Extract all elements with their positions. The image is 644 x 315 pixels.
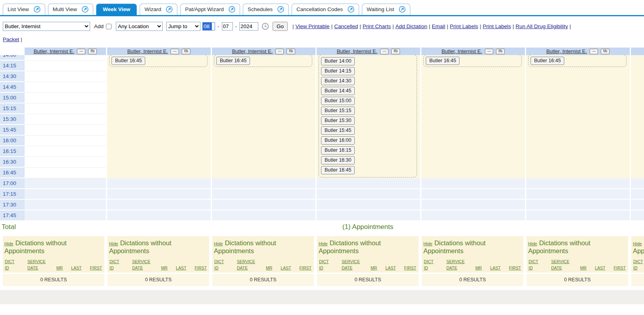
open-new-view-icon[interactable] (277, 6, 284, 13)
tab-cancellation-codes[interactable]: Cancellation Codes (292, 4, 359, 15)
slot-button-butler-16-00[interactable]: Butler 16:00 (321, 136, 355, 145)
col-mr[interactable]: MR (371, 265, 377, 271)
hide-link[interactable]: Hide (4, 241, 13, 246)
col-dict-id[interactable]: DICT ID (424, 258, 438, 271)
col-mr[interactable]: MR (475, 265, 482, 271)
toolbar-link-add-dictation[interactable]: Add Dictation (396, 23, 427, 29)
slot-button-butler-16-45[interactable]: Butler 16:45 (111, 57, 145, 65)
provider-column-link[interactable]: Butler, Internist E. (442, 48, 483, 54)
hide-link[interactable]: Hide (528, 241, 537, 246)
col-last[interactable]: LAST (281, 265, 291, 271)
location-select[interactable]: Any Location (116, 22, 163, 31)
tab-list-view[interactable]: List View (3, 4, 45, 15)
col-last[interactable]: LAST (385, 265, 396, 271)
hide-link[interactable]: Hide (109, 241, 118, 246)
col-dict-id[interactable]: DICT ID (529, 258, 543, 271)
slot-button-butler-14-45[interactable]: Butler 14:45 (321, 87, 355, 95)
tab-pat-appt-wizard[interactable]: Pat/Appt Wizard (180, 4, 240, 15)
go-button[interactable]: Go (273, 22, 288, 31)
tab-schedules[interactable]: Schedules (243, 4, 289, 15)
hide-link[interactable]: Hide (633, 241, 642, 246)
slot-button-butler-16-45[interactable]: Butler 16:45 (216, 57, 250, 65)
add-checkbox[interactable] (106, 24, 111, 29)
provider-column-link[interactable]: Butler, Internist E. (337, 48, 378, 54)
toolbar-link-print-charts[interactable]: Print Charts (363, 23, 391, 29)
col-mr[interactable]: MR (580, 265, 586, 271)
tab-waiting-list[interactable]: Waiting List (362, 4, 410, 15)
col-mr[interactable]: MR (266, 265, 272, 271)
slot-button-butler-14-30[interactable]: Butler 14:30 (321, 77, 355, 85)
tab-multi-view[interactable]: Multi View (48, 4, 93, 15)
tab-week-view[interactable]: Week View (96, 4, 137, 15)
clock-icon[interactable] (261, 23, 269, 30)
slot-button-butler-15-00[interactable]: Butler 15:00 (321, 97, 355, 105)
minimize-column-button[interactable]: — (380, 49, 388, 54)
col-dict-id[interactable]: DICT ID (319, 258, 333, 271)
jump-to-select[interactable]: Jump to (166, 22, 200, 31)
slot-button-butler-15-45[interactable]: Butler 15:45 (321, 126, 355, 135)
fb-button[interactable]: f/b (286, 49, 295, 54)
slot-button-butler-16-45[interactable]: Butler 16:45 (321, 166, 355, 174)
col-last[interactable]: LAST (595, 265, 605, 271)
col-first[interactable]: FIRST (90, 265, 102, 271)
open-new-view-icon[interactable] (348, 6, 354, 13)
col-service-date[interactable]: SERVICE DATE (27, 258, 48, 271)
col-dict-id[interactable]: DICT ID (214, 258, 229, 271)
fb-button[interactable]: f/b (496, 49, 505, 54)
provider-column-link[interactable]: Butler, Internist E. (127, 48, 168, 54)
col-first[interactable]: FIRST (404, 265, 416, 271)
toolbar-link-print-labels[interactable]: Print Labels (483, 23, 511, 29)
col-dict-id[interactable]: DICT ID (633, 258, 644, 271)
fb-button[interactable]: f/b (391, 49, 400, 54)
date-year-input[interactable] (239, 22, 258, 31)
hide-link[interactable]: Hide (214, 241, 223, 246)
col-service-date[interactable]: SERVICE DATE (342, 258, 362, 271)
minimize-column-button[interactable]: — (171, 49, 179, 54)
provider-column-link[interactable]: Butler, Internist E. (34, 48, 75, 54)
slot-button-butler-16-45[interactable]: Butler 16:45 (531, 57, 564, 65)
col-last[interactable]: LAST (176, 265, 186, 271)
fb-button[interactable]: f/b (182, 49, 190, 54)
hide-link[interactable]: Hide (319, 241, 328, 246)
slot-button-butler-16-30[interactable]: Butler 16:30 (321, 156, 355, 164)
provider-column-link[interactable]: Butler, Internist E. (232, 48, 273, 54)
col-service-date[interactable]: SERVICE DATE (551, 258, 572, 271)
fb-button[interactable]: f/b (88, 49, 97, 54)
col-mr[interactable]: MR (161, 265, 167, 271)
provider-select[interactable]: Butler, Internist (3, 22, 90, 31)
slot-button-butler-14-00[interactable]: Butler 14:00 (321, 57, 355, 65)
slot-button-butler-15-15[interactable]: Butler 15:15 (321, 107, 355, 115)
col-last[interactable]: LAST (71, 265, 81, 271)
slot-button-butler-15-30[interactable]: Butler 15:30 (321, 116, 355, 125)
col-service-date[interactable]: SERVICE DATE (446, 258, 467, 271)
col-service-date[interactable]: SERVICE DATE (132, 258, 153, 271)
slot-button-butler-14-15[interactable]: Butler 14:15 (321, 67, 355, 75)
toolbar-link-run-all-drug-eligibility[interactable]: Run All Drug Eligibility (515, 23, 568, 29)
minimize-column-button[interactable]: — (590, 49, 598, 54)
toolbar-link-email[interactable]: Email (432, 23, 445, 29)
date-month-input[interactable] (202, 22, 215, 31)
col-last[interactable]: LAST (490, 265, 500, 271)
fb-button[interactable]: f/b (601, 49, 609, 54)
col-service-date[interactable]: SERVICE DATE (237, 258, 258, 271)
open-new-view-icon[interactable] (34, 6, 40, 13)
minimize-column-button[interactable]: — (275, 49, 284, 54)
open-new-view-icon[interactable] (229, 6, 235, 13)
col-dict-id[interactable]: DICT ID (110, 258, 124, 271)
tab-wizard[interactable]: Wizard (140, 4, 177, 15)
col-first[interactable]: FIRST (300, 265, 311, 271)
col-first[interactable]: FIRST (614, 265, 626, 271)
col-first[interactable]: FIRST (509, 265, 521, 271)
hide-link[interactable]: Hide (423, 241, 433, 246)
col-mr[interactable]: MR (56, 265, 63, 271)
open-new-view-icon[interactable] (399, 6, 406, 13)
date-day-input[interactable] (222, 22, 233, 31)
open-new-view-icon[interactable] (82, 6, 88, 13)
toolbar-link-view-printable[interactable]: View Printable (296, 23, 330, 29)
slot-button-butler-16-45[interactable]: Butler 16:45 (426, 57, 459, 65)
provider-column-link[interactable]: Butler, Internist E. (546, 48, 587, 54)
toolbar-link-print-labels[interactable]: Print Labels (450, 23, 478, 29)
toolbar-link-packet[interactable]: Packet (3, 36, 19, 42)
col-first[interactable]: FIRST (195, 265, 207, 271)
minimize-column-button[interactable]: — (485, 49, 493, 54)
